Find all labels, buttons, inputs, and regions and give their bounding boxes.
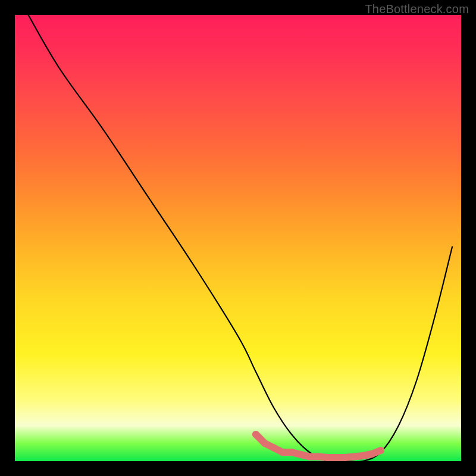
highlight-point [306,453,313,461]
highlight-point [261,440,268,447]
highlight-point [350,453,358,461]
chart-frame: TheBottleneck.com [0,0,476,476]
highlight-point [324,454,331,461]
highlight-point [333,454,340,461]
highlight-point [288,449,295,456]
highlight-point [377,447,384,454]
highlight-point [368,450,375,458]
chart-svg [15,15,461,461]
watermark-text: TheBottleneck.com [365,2,469,16]
highlight-point [359,452,367,459]
highlight-point [252,431,259,438]
highlight-point [297,451,304,458]
highlight-band [252,431,384,461]
highlight-point [270,444,277,452]
bottleneck-curve [29,15,453,461]
highlight-point [342,454,349,461]
highlight-point [279,449,286,456]
plot-area [15,15,461,461]
highlight-point [315,453,322,461]
